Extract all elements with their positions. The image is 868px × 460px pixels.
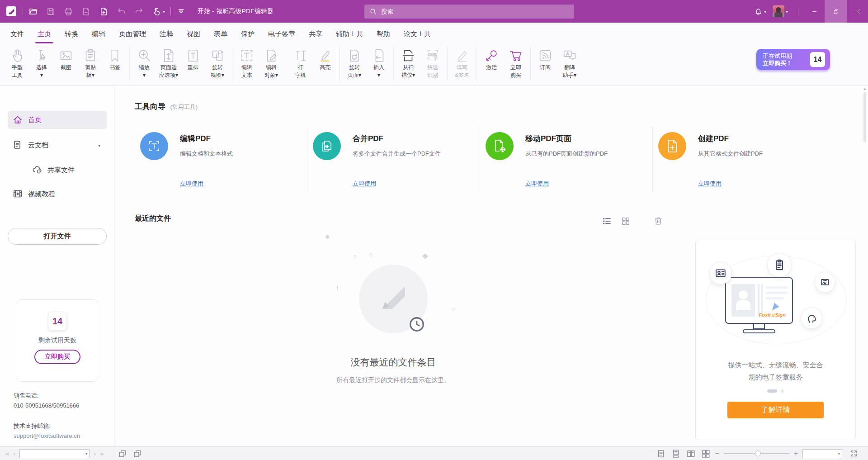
- previous-page-button[interactable]: ‹: [13, 450, 15, 457]
- use-now-link[interactable]: 立即使用: [698, 180, 722, 188]
- ribbon-tool[interactable]: 旋转 页面▾: [342, 47, 367, 79]
- menu-item[interactable]: 转换: [58, 23, 85, 44]
- collapse-ribbon-button[interactable]: [176, 7, 186, 16]
- ribbon-tool[interactable]: 激活: [479, 47, 504, 79]
- quick-tool-button[interactable]: [64, 7, 75, 16]
- contact-info: 销售电话: 010-50951668/50951666 技术支持邮箱: supp…: [14, 391, 80, 441]
- zoom-out-button[interactable]: −: [715, 450, 719, 458]
- use-now-link[interactable]: 立即使用: [353, 180, 376, 188]
- menu-item[interactable]: 帮助: [370, 23, 397, 44]
- facing-view-icon[interactable]: [686, 449, 695, 458]
- menu-item[interactable]: 表单: [207, 23, 234, 44]
- tool-card[interactable]: 创建PDF 从其它格式文件创建PDF 立即使用: [653, 126, 826, 198]
- scroll-up-arrow-icon[interactable]: ▲: [863, 87, 867, 91]
- ribbon-tool[interactable]: 缩放 ▾: [132, 47, 156, 79]
- ribbon-tool[interactable]: 书签: [103, 47, 127, 79]
- single-page-view-icon[interactable]: [656, 449, 665, 458]
- avatar[interactable]: [773, 5, 784, 17]
- menu-item[interactable]: 保护: [234, 23, 261, 44]
- learn-more-button[interactable]: 了解详情: [727, 402, 824, 418]
- dropdown-arrow-icon[interactable]: ▾: [85, 451, 88, 456]
- quick-tool-button[interactable]: ▾: [152, 7, 165, 16]
- ribbon-tool[interactable]: 编辑 对象▾: [259, 47, 283, 79]
- ribbon-tool[interactable]: 填写 &签名: [450, 47, 474, 79]
- tool-card[interactable]: 合并PDF 将多个文件合并生成一个PDF文件 立即使用: [307, 126, 480, 198]
- zoom-level-dropdown[interactable]: ▾: [802, 449, 842, 458]
- quick-tool-button[interactable]: [134, 7, 145, 16]
- ribbon-tool[interactable]: 插入 ▾: [367, 47, 391, 79]
- facing-continuous-view-icon[interactable]: [701, 449, 710, 458]
- ribbon-tool[interactable]: 选择 ▾: [29, 47, 54, 79]
- sidebar-item-cloud-docs[interactable]: 云文档 ▾: [8, 136, 107, 154]
- minimize-button[interactable]: [804, 0, 825, 23]
- tool-card[interactable]: 移动PDF页面 从已有的PDF页面创建新的PDF 立即使用: [480, 126, 653, 198]
- ribbon-tool[interactable]: 快速 识别: [420, 47, 445, 79]
- ribbon-tool[interactable]: 打 字机: [288, 47, 313, 79]
- expand-arrow-icon[interactable]: ▾: [98, 143, 100, 148]
- open-file-button[interactable]: 打开文件: [8, 228, 107, 245]
- ribbon-tool[interactable]: 翻译 助手▾: [557, 47, 582, 79]
- ribbon-tool[interactable]: 立即 购买: [504, 47, 528, 79]
- close-button[interactable]: [847, 0, 868, 23]
- next-page-button[interactable]: ›: [94, 450, 96, 457]
- quick-tool-button[interactable]: [28, 7, 39, 16]
- sidebar-item-home[interactable]: 首页: [8, 111, 107, 129]
- menu-item[interactable]: 共享: [302, 23, 329, 44]
- ribbon-tool[interactable]: 页面适 应选项▾: [156, 47, 181, 79]
- fullscreen-button[interactable]: [849, 449, 858, 458]
- support-email-link[interactable]: support@foxitsoftware.cn: [14, 431, 80, 441]
- sidebar-item-video-tutorials[interactable]: 视频教程: [8, 185, 107, 203]
- menu-item[interactable]: 论文工具: [397, 23, 438, 44]
- menu-item[interactable]: 辅助工具: [329, 23, 370, 44]
- menu-item[interactable]: 主页: [31, 23, 58, 44]
- first-page-button[interactable]: «: [5, 450, 9, 457]
- menu-item[interactable]: 电子签章: [261, 23, 302, 44]
- quick-tool-button[interactable]: [81, 7, 92, 16]
- carousel-dot-active[interactable]: [767, 389, 777, 393]
- ribbon-tool[interactable]: 截图: [54, 47, 78, 79]
- ribbon-tool[interactable]: 从扫 描仪▾: [396, 47, 420, 79]
- ribbon-tool[interactable]: 剪贴 板▾: [78, 47, 103, 79]
- trial-purchase-badge[interactable]: 正在试用期 立即购买！ 14: [756, 49, 830, 70]
- ribbon-tool[interactable]: 编辑 文本: [235, 47, 259, 79]
- grid-view-icon[interactable]: [621, 216, 631, 226]
- menu-item[interactable]: 页面管理: [112, 23, 153, 44]
- content-scrollbar[interactable]: ▲: [862, 86, 868, 446]
- ribbon-tool[interactable]: 旋转 视图▾: [205, 47, 230, 79]
- buy-now-button[interactable]: 立即购买: [34, 350, 80, 364]
- list-view-icon[interactable]: [602, 216, 612, 226]
- search-input[interactable]: [381, 8, 553, 15]
- trash-icon[interactable]: [653, 216, 663, 226]
- search-box[interactable]: [364, 5, 574, 19]
- restore-button[interactable]: [825, 0, 847, 23]
- menu-item[interactable]: 文件: [4, 23, 31, 44]
- fit-width-icon[interactable]: [118, 449, 127, 458]
- page-number-input[interactable]: [22, 450, 80, 457]
- fit-page-icon[interactable]: [133, 449, 142, 458]
- account-menu[interactable]: ▾: [773, 5, 788, 17]
- ribbon-tool[interactable]: 手型 工具: [5, 47, 29, 79]
- ribbon-tool[interactable]: 高亮: [313, 47, 337, 79]
- zoom-in-button[interactable]: +: [794, 450, 798, 458]
- ribbon-tool[interactable]: 订阅: [533, 47, 557, 79]
- quick-tool-button[interactable]: [46, 7, 57, 16]
- zoom-slider[interactable]: [724, 453, 789, 454]
- quick-tool-button[interactable]: [99, 7, 110, 16]
- use-now-link[interactable]: 立即使用: [525, 180, 549, 188]
- last-page-button[interactable]: »: [100, 450, 104, 457]
- use-now-link[interactable]: 立即使用: [180, 180, 203, 188]
- menu-item[interactable]: 注释: [153, 23, 180, 44]
- continuous-view-icon[interactable]: [671, 449, 680, 458]
- notifications-button[interactable]: ▾: [754, 7, 766, 16]
- menu-item[interactable]: 编辑: [85, 23, 112, 44]
- sidebar-item-shared-files[interactable]: 共享文件: [8, 161, 107, 179]
- carousel-dot[interactable]: [781, 389, 784, 393]
- quick-tool-button[interactable]: [117, 7, 127, 16]
- scrollbar-thumb[interactable]: [863, 92, 866, 142]
- dropdown-arrow-icon[interactable]: ▾: [838, 451, 840, 456]
- tool-card[interactable]: 编辑PDF 编辑文档和文本格式 立即使用: [135, 126, 307, 198]
- menu-item[interactable]: 视图: [180, 23, 207, 44]
- ribbon-tool[interactable]: 重排: [181, 47, 205, 79]
- page-number-box[interactable]: ▾: [19, 449, 90, 458]
- zoom-slider-knob[interactable]: [755, 451, 761, 456]
